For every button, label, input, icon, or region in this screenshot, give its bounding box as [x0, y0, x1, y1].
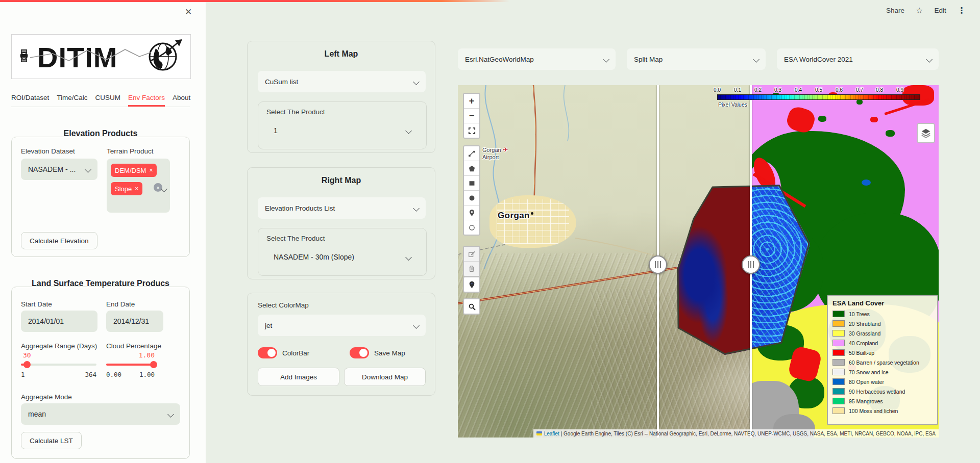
right-map-list-select[interactable]: Elevation Products List — [258, 197, 426, 219]
split-handle-right[interactable] — [742, 255, 760, 274]
end-date-field[interactable]: 2014/12/31 — [106, 311, 163, 332]
toggle-knob — [267, 349, 276, 357]
edit-toolbar — [463, 246, 480, 277]
legend-label: 40 Cropland — [849, 340, 878, 346]
aggregate-mode-label: Aggregate Mode — [21, 393, 72, 401]
cloud-percentage-slider[interactable] — [106, 364, 155, 366]
chevron-down-icon — [405, 127, 412, 134]
cloud-percentage-slider-thumb[interactable] — [150, 361, 157, 368]
legend-swatch — [832, 388, 845, 395]
map-canvas[interactable]: Gorgan✈ Airport Gorgan — [458, 85, 939, 438]
legend-label: 30 Grassland — [849, 330, 880, 337]
city-map-label: Gorgan — [498, 211, 533, 221]
sidebar-tabs: ROI/Dataset Time/Calc CUSUM Env Factors … — [11, 94, 195, 107]
tab-env-factors[interactable]: Env Factors — [128, 94, 165, 107]
terrain-chip-dem-dsm[interactable]: DEM/DSM × — [111, 164, 157, 177]
place-marker-button[interactable] — [464, 277, 479, 292]
savemap-toggle[interactable]: Save Map — [350, 347, 405, 358]
colormap-value: jet — [265, 322, 272, 329]
edit-layers-button[interactable] — [464, 247, 479, 262]
fullscreen-button[interactable] — [464, 123, 479, 138]
sidebar-close-icon[interactable]: ✕ — [182, 6, 195, 18]
end-date-label: End Date — [106, 300, 135, 308]
calculate-elevation-button[interactable]: Calculate Elevation — [21, 232, 97, 249]
aggregate-range-slider-thumb[interactable] — [23, 361, 31, 368]
zoom-in-button[interactable]: + — [464, 94, 479, 109]
right-map-product-select[interactable]: NASADEM - 30m (Slope) — [266, 247, 418, 267]
draw-marker-button[interactable] — [464, 205, 479, 220]
left-map-title: Left Map — [248, 49, 435, 59]
start-date-field[interactable]: 2014/01/01 — [21, 311, 97, 332]
draw-polygon-button[interactable] — [464, 161, 479, 176]
basemap-select[interactable]: Esri.NatGeoWorldMap — [458, 48, 616, 70]
cloud-percentage-label: Cloud Percentage — [106, 342, 161, 350]
decoration-bar — [0, 0, 980, 2]
tab-about[interactable]: About — [173, 94, 190, 107]
zoom-out-button[interactable]: − — [464, 109, 479, 123]
legend-label: 70 Snow and ice — [849, 369, 889, 375]
chevron-down-icon — [753, 56, 760, 63]
circlemarker-icon — [468, 223, 476, 232]
star-icon[interactable]: ☆ — [916, 6, 923, 15]
logo-text: DITIM — [37, 41, 117, 73]
terrain-chip-slope[interactable]: Slope × — [111, 182, 142, 195]
zoom-control: + − — [463, 93, 480, 139]
terrain-product-multiselect[interactable]: DEM/DSM × Slope × × — [107, 159, 170, 213]
calculate-lst-button[interactable]: Calculate LST — [21, 432, 82, 449]
legend-swatch — [832, 369, 845, 375]
draw-toolbar — [463, 145, 480, 236]
chip-close-icon[interactable]: × — [149, 167, 153, 174]
tabs-divider — [11, 107, 190, 107]
chip-close-icon[interactable]: × — [135, 185, 138, 192]
legend-swatch — [832, 330, 845, 337]
tab-time-calc[interactable]: Time/Calc — [57, 94, 87, 107]
esa-trees-speck — [886, 130, 895, 137]
layers-control[interactable] — [917, 123, 935, 143]
kebab-menu-icon[interactable]: ⋮ — [958, 6, 966, 15]
elevation-dataset-select[interactable]: NASADEM - ... — [21, 159, 97, 180]
end-date-value: 2014/12/31 — [113, 317, 149, 325]
elevation-card: Elevation Dataset NASADEM - ... Terrain … — [11, 137, 190, 257]
legend-label: 95 Mangroves — [849, 398, 883, 404]
draw-circle-button[interactable] — [464, 191, 479, 205]
start-date-value: 2014/01/01 — [28, 317, 64, 325]
map-mode-select[interactable]: Split Map — [627, 48, 766, 70]
overlay-select[interactable]: ESA WorldCover 2021 — [777, 48, 939, 70]
cloud-percentage-value: 1.00 — [119, 351, 155, 359]
lst-card: Start Date 2014/01/01 End Date 2014/12/3… — [11, 287, 190, 459]
toggle-pill[interactable] — [258, 347, 277, 358]
left-map-product-select[interactable]: 1 — [266, 120, 418, 141]
aggregate-range-slider[interactable] — [21, 364, 96, 366]
colorbar-toggle[interactable]: ColorBar — [258, 347, 309, 358]
delete-layers-button[interactable] — [464, 262, 479, 276]
legend-item: 20 Shrubland — [832, 319, 933, 328]
edit-button[interactable]: Edit — [934, 7, 946, 14]
colorbar-tick: 0.9 — [896, 87, 903, 93]
legend-item: 80 Open water — [832, 377, 933, 387]
download-map-button[interactable]: Download Map — [344, 368, 426, 386]
split-handle-left[interactable] — [649, 255, 667, 274]
display-options-panel: Select ColorMap jet ColorBar Save Map Ad… — [247, 293, 435, 396]
aggregate-mode-select[interactable]: mean — [21, 403, 180, 425]
right-map-title: Right Map — [248, 176, 435, 185]
tab-cusum[interactable]: CUSUM — [95, 94, 121, 107]
terrain-product-label: Terrain Product — [107, 147, 154, 155]
draw-rectangle-button[interactable] — [464, 176, 479, 191]
cloud-min: 0.00 — [106, 371, 121, 378]
draw-circlemarker-button[interactable] — [464, 220, 479, 235]
left-map-list-select[interactable]: CuSum list — [258, 71, 426, 92]
multiselect-clear-icon[interactable]: × — [154, 183, 162, 192]
left-map-product-value: 1 — [274, 126, 278, 135]
toggle-pill[interactable] — [350, 347, 369, 358]
legend-label: 80 Open water — [849, 379, 884, 385]
search-button[interactable] — [464, 299, 479, 314]
tab-roi-dataset[interactable]: ROI/Dataset — [11, 94, 49, 107]
savemap-toggle-label: Save Map — [374, 349, 405, 357]
leaflet-link[interactable]: Leaflet — [544, 431, 559, 436]
add-images-button[interactable]: Add Images — [258, 368, 339, 386]
colormap-select[interactable]: jet — [258, 315, 426, 336]
share-button[interactable]: Share — [886, 7, 904, 14]
draw-polyline-button[interactable] — [464, 146, 479, 161]
legend-swatch — [832, 349, 845, 356]
edit-icon — [468, 250, 476, 258]
